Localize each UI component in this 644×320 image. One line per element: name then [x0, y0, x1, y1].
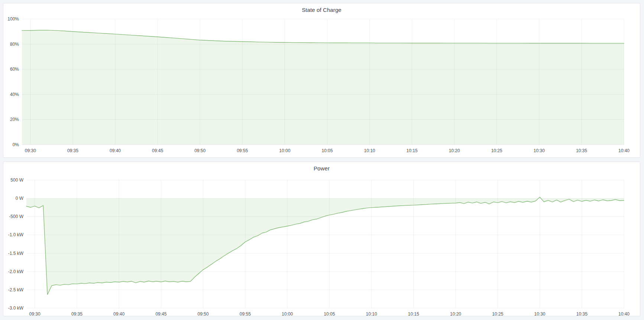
y-tick-label: 0 W	[3, 196, 23, 201]
x-tick-label: 10:15	[408, 311, 419, 317]
y-tick-label: -1.0 kW	[3, 232, 23, 237]
y-tick-label: 60%	[3, 67, 19, 72]
state-of-charge-area-fill	[22, 30, 624, 145]
x-tick-label: 10:30	[534, 148, 545, 153]
x-tick-label: 09:30	[29, 311, 41, 317]
panel-state-of-charge: State of Charge 09:3009:3509:4009:4509:5…	[3, 3, 640, 158]
x-tick-label: 10:35	[576, 148, 587, 153]
y-tick-label: -3.0 kW	[3, 305, 23, 311]
state-of-charge-plot[interactable]	[3, 3, 640, 157]
power-chart[interactable]: 09:3009:3509:4009:4509:5009:5510:0010:05…	[3, 162, 640, 316]
x-tick-label: 10:25	[491, 148, 502, 153]
x-tick-label: 09:40	[110, 148, 121, 153]
y-tick-label: 500 W	[3, 177, 23, 183]
x-tick-label: 09:40	[113, 311, 124, 317]
x-tick-label: 09:55	[237, 148, 248, 153]
x-tick-label: 10:25	[492, 311, 503, 317]
x-tick-label: 09:50	[198, 311, 209, 317]
x-tick-label: 10:40	[618, 311, 630, 317]
panel-power: Power 09:3009:3509:4009:4509:5009:5510:0…	[3, 161, 640, 316]
x-tick-label: 10:10	[364, 148, 375, 153]
y-tick-label: -1.5 kW	[3, 251, 23, 256]
x-tick-label: 10:00	[279, 148, 290, 153]
x-tick-label: 09:45	[152, 148, 163, 153]
y-tick-label: 0%	[3, 142, 19, 147]
x-tick-label: 10:40	[618, 148, 630, 153]
x-tick-label: 10:00	[282, 311, 293, 317]
x-tick-label: 10:20	[450, 311, 461, 317]
y-tick-label: -2.0 kW	[3, 269, 23, 274]
y-tick-label: 80%	[3, 42, 19, 47]
power-plot[interactable]	[3, 162, 640, 316]
x-tick-label: 10:10	[366, 311, 377, 317]
power-area-fill	[26, 197, 624, 295]
y-tick-label: 40%	[3, 92, 19, 97]
y-tick-label: -500 W	[3, 214, 23, 219]
x-tick-label: 09:45	[155, 311, 166, 317]
x-tick-label: 10:35	[576, 311, 588, 317]
x-tick-label: 10:30	[534, 311, 545, 317]
y-tick-label: -2.5 kW	[3, 287, 23, 292]
x-tick-label: 09:35	[67, 148, 78, 153]
x-tick-label: 10:15	[407, 148, 418, 153]
x-tick-label: 09:30	[25, 148, 36, 153]
x-tick-label: 09:35	[71, 311, 82, 317]
y-tick-label: 20%	[3, 117, 19, 122]
y-tick-label: 100%	[3, 16, 19, 22]
x-tick-label: 09:50	[194, 148, 206, 153]
state-of-charge-chart[interactable]: 09:3009:3509:4009:4509:5009:5510:0010:05…	[3, 3, 640, 157]
x-tick-label: 09:55	[240, 311, 251, 317]
x-tick-label: 10:05	[324, 311, 335, 317]
x-tick-label: 10:05	[321, 148, 333, 153]
x-tick-label: 10:20	[449, 148, 460, 153]
